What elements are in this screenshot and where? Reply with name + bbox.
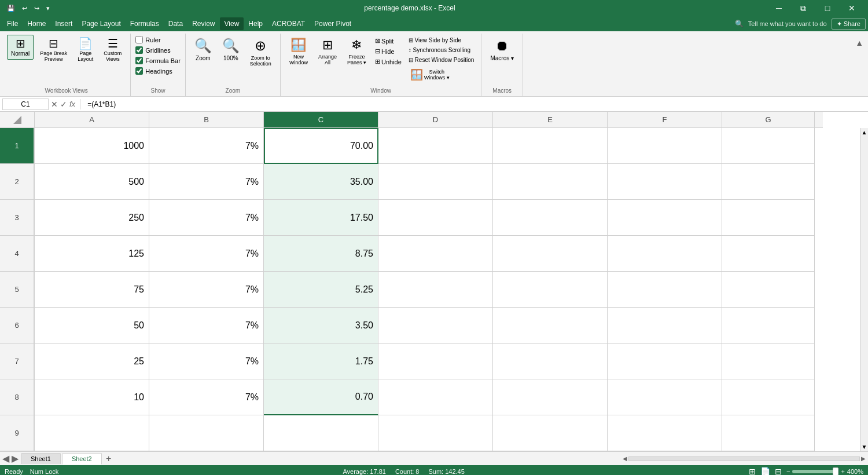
cell-d9[interactable] — [378, 415, 493, 451]
sheet-nav-right[interactable]: ▶ — [12, 453, 19, 464]
row-header-9[interactable]: 9 — [0, 415, 34, 451]
arrange-all-button[interactable]: ⊞ ArrangeAll — [314, 35, 341, 68]
maximize-button[interactable]: □ — [816, 0, 839, 16]
cell-g2[interactable] — [722, 164, 815, 200]
zoom-level[interactable]: 400% — [847, 468, 863, 475]
cell-c2[interactable]: 35.00 — [264, 164, 378, 200]
menu-file[interactable]: File — [2, 17, 23, 30]
col-header-e[interactable]: E — [493, 112, 608, 128]
cell-c3[interactable]: 17.50 — [264, 200, 378, 236]
row-header-6[interactable]: 6 — [0, 308, 34, 344]
row-header-7[interactable]: 7 — [0, 344, 34, 379]
row-header-5[interactable]: 5 — [0, 272, 34, 308]
menu-view[interactable]: View — [220, 17, 244, 30]
cell-a6[interactable]: 50 — [35, 308, 149, 344]
cell-e7[interactable] — [493, 344, 608, 379]
sheet-tab-sheet2[interactable]: Sheet2 — [62, 453, 102, 465]
row-header-4[interactable]: 4 — [0, 236, 34, 272]
cell-g8[interactable] — [722, 379, 815, 415]
cell-g9[interactable] — [722, 415, 815, 451]
cell-a9[interactable] — [35, 415, 149, 451]
cell-d2[interactable] — [378, 164, 493, 200]
cell-e4[interactable] — [493, 236, 608, 272]
cell-c5[interactable]: 5.25 — [264, 272, 378, 308]
formula-bar-checkbox[interactable]: Formula Bar — [135, 56, 181, 65]
formula-input[interactable]: =(A1*B1) — [85, 99, 866, 109]
redo-icon[interactable]: ↪ — [32, 3, 42, 13]
cell-b5[interactable]: 7% — [149, 272, 264, 308]
reset-window-position-button[interactable]: ⊟ Reset Window Position — [406, 56, 477, 64]
new-window-button[interactable]: 🪟 NewWindow — [285, 35, 312, 68]
cell-b6[interactable]: 7% — [149, 308, 264, 344]
name-box[interactable]: C1 — [2, 98, 49, 110]
gridlines-checkbox-input[interactable] — [135, 46, 143, 54]
cell-b7[interactable]: 7% — [149, 344, 264, 379]
zoom-100-button[interactable]: 🔍 100% — [218, 35, 244, 64]
cell-f2[interactable] — [608, 164, 722, 200]
headings-checkbox-input[interactable] — [135, 67, 143, 75]
menu-help[interactable]: Help — [244, 17, 267, 30]
hscroll-right-button[interactable]: ▶ — [861, 455, 866, 462]
cell-d6[interactable] — [378, 308, 493, 344]
cancel-icon[interactable]: ✕ — [51, 100, 58, 109]
zoom-in-button[interactable]: + — [841, 468, 844, 475]
cell-f8[interactable] — [608, 379, 722, 415]
col-header-c[interactable]: C — [264, 112, 378, 128]
cell-a4[interactable]: 125 — [35, 236, 149, 272]
cell-d5[interactable] — [378, 272, 493, 308]
menu-acrobat[interactable]: ACROBAT — [267, 17, 310, 30]
ruler-checkbox-input[interactable] — [135, 36, 143, 43]
save-icon[interactable]: 💾 — [5, 3, 17, 13]
cell-a1[interactable]: 1000 — [35, 128, 149, 164]
menu-review[interactable]: Review — [187, 17, 219, 30]
cell-c9[interactable] — [264, 415, 378, 451]
horizontal-scrollbar[interactable] — [628, 456, 860, 461]
cell-a5[interactable]: 75 — [35, 272, 149, 308]
page-break-preview-button[interactable]: ⊟ Page BreakPreview — [36, 35, 71, 65]
zoom-button[interactable]: 🔍 Zoom — [190, 35, 216, 64]
cell-a2[interactable]: 500 — [35, 164, 149, 200]
cell-a3[interactable]: 250 — [35, 200, 149, 236]
cell-c7[interactable]: 1.75 — [264, 344, 378, 379]
cell-e8[interactable] — [493, 379, 608, 415]
menu-page-layout[interactable]: Page Layout — [77, 17, 125, 30]
sheet-nav-left[interactable]: ◀ — [2, 453, 9, 464]
cell-b1[interactable]: 7% — [149, 128, 264, 164]
cell-b2[interactable]: 7% — [149, 164, 264, 200]
sheet-tab-sheet1[interactable]: Sheet1 — [21, 453, 61, 464]
scroll-down-button[interactable]: ▼ — [860, 443, 868, 451]
ruler-checkbox[interactable]: Ruler — [135, 35, 181, 45]
tell-me-input[interactable]: Tell me what you want to do — [748, 20, 827, 27]
cell-e3[interactable] — [493, 200, 608, 236]
row-header-8[interactable]: 8 — [0, 379, 34, 415]
menu-insert[interactable]: Insert — [50, 17, 77, 30]
normal-view-button[interactable]: ⊞ Normal — [7, 35, 34, 60]
cell-e9[interactable] — [493, 415, 608, 451]
scroll-up-button[interactable]: ▲ — [860, 128, 868, 137]
confirm-icon[interactable]: ✓ — [60, 100, 67, 109]
cell-g5[interactable] — [722, 272, 815, 308]
custom-views-button[interactable]: ☰ CustomViews — [100, 35, 126, 65]
cell-d8[interactable] — [378, 379, 493, 415]
col-header-b[interactable]: B — [149, 112, 264, 128]
cell-g1[interactable] — [722, 128, 815, 164]
hscroll-left-button[interactable]: ◀ — [623, 455, 627, 462]
cell-d4[interactable] — [378, 236, 493, 272]
function-icon[interactable]: fx — [69, 100, 75, 108]
cell-d3[interactable] — [378, 200, 493, 236]
split-button[interactable]: ⊠ Split — [373, 36, 404, 46]
switch-windows-button[interactable]: 🪟 SwitchWindows ▾ — [406, 65, 477, 84]
cell-f3[interactable] — [608, 200, 722, 236]
row-header-2[interactable]: 2 — [0, 164, 34, 200]
col-header-g[interactable]: G — [722, 112, 815, 128]
cell-f7[interactable] — [608, 344, 722, 379]
synchronous-scrolling-button[interactable]: ↕ Synchronous Scrolling — [406, 46, 477, 54]
cell-g7[interactable] — [722, 344, 815, 379]
cell-d7[interactable] — [378, 344, 493, 379]
cell-d1[interactable] — [378, 128, 493, 164]
cell-g6[interactable] — [722, 308, 815, 344]
cell-g4[interactable] — [722, 236, 815, 272]
ribbon-collapse-button[interactable]: ▲ — [853, 36, 866, 50]
undo-icon[interactable]: ↩ — [20, 3, 30, 13]
zoom-selection-button[interactable]: ⊕ Zoom toSelection — [246, 35, 275, 70]
